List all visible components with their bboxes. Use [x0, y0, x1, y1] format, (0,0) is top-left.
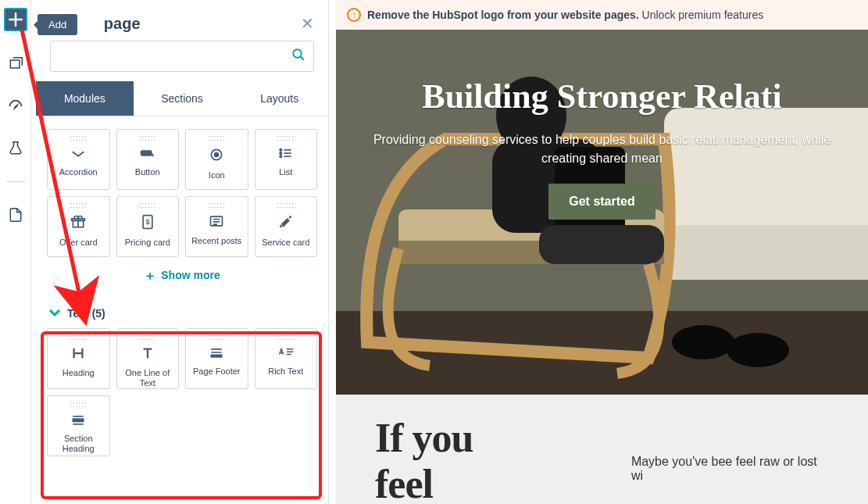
module-label: Heading: [59, 368, 98, 378]
target-icon: [209, 147, 224, 166]
grip-icon: ::::::: [277, 202, 295, 209]
module-icon[interactable]: :::::: Icon: [185, 129, 248, 190]
module-pricing-card[interactable]: :::::: $ Pricing card: [116, 196, 180, 257]
show-more-label: Show more: [161, 269, 220, 281]
module-recent-posts[interactable]: :::::: Recent posts: [185, 196, 248, 257]
panel-tabs: Modules Sections Layouts: [36, 81, 328, 116]
test-icon[interactable]: [6, 139, 25, 158]
chevron-down-icon: [70, 147, 87, 163]
rail-divider: [6, 181, 25, 182]
performance-icon[interactable]: [6, 97, 25, 116]
module-label: Rich Text: [265, 366, 306, 377]
hero-content: Building Stronger Relati Providing couns…: [336, 77, 868, 220]
upgrade-banner[interactable]: ↑ Remove the HubSpot logo from your webs…: [336, 0, 868, 30]
page-preview: ↑ Remove the HubSpot logo from your webs…: [336, 0, 868, 504]
grip-icon: ::::::: [208, 202, 226, 209]
grip-icon: ::::::: [208, 134, 226, 142]
module-label: Offer card: [56, 238, 101, 248]
svg-point-25: [672, 325, 734, 359]
file-icon[interactable]: [6, 206, 25, 224]
module-page-footer[interactable]: :::::: Page Footer: [185, 328, 248, 389]
grip-icon: ::::::: [70, 401, 88, 409]
grip-icon: ::::::: [138, 134, 156, 142]
module-offer-card[interactable]: :::::: Offer card: [47, 196, 110, 257]
grip-icon: ::::::: [208, 334, 226, 341]
panel-body: :::::: Accordion :::::: Button :::::: Ic…: [36, 116, 328, 488]
banner-bold: Remove the HubSpot logo from your websit…: [367, 9, 639, 21]
left-rail: [0, 0, 31, 504]
module-label: Recent posts: [188, 236, 245, 246]
button-icon: [139, 147, 156, 163]
svg-point-7: [280, 155, 282, 158]
add-button[interactable]: [4, 8, 27, 31]
svg-rect-13: [73, 419, 84, 421]
tab-sections[interactable]: Sections: [134, 81, 231, 116]
tab-modules[interactable]: Modules: [36, 81, 134, 116]
hero-section: Building Stronger Relati Providing couns…: [336, 30, 868, 395]
module-one-line[interactable]: :::::: One Line of Text: [116, 328, 180, 389]
module-label: Icon: [205, 170, 228, 181]
module-label: Button: [132, 167, 163, 177]
chevron-down-icon: [48, 306, 61, 320]
layers-icon[interactable]: [6, 55, 25, 73]
grip-icon: ::::::: [70, 134, 88, 142]
module-section-heading[interactable]: :::::: Section Heading: [47, 395, 110, 456]
gift-icon: [70, 214, 86, 233]
module-label: Accordion: [56, 167, 101, 177]
svg-point-4: [215, 153, 219, 157]
grip-icon: ::::::: [70, 202, 88, 209]
text-group-header[interactable]: Text (5): [48, 306, 317, 320]
svg-rect-0: [10, 60, 20, 68]
plus-icon: ＋: [144, 269, 156, 282]
show-more-button[interactable]: ＋Show more: [47, 257, 317, 295]
tools-icon: [278, 214, 294, 233]
module-rich-text[interactable]: :::::: Rich Text: [255, 328, 318, 389]
svg-text:$: $: [145, 218, 149, 226]
news-icon: [209, 214, 224, 231]
rich-text-icon: [277, 346, 295, 362]
grip-icon: ::::::: [70, 334, 88, 341]
module-list[interactable]: :::::: List: [255, 129, 318, 190]
grip-icon: ::::::: [138, 202, 156, 209]
footer-icon: [209, 346, 224, 362]
svg-rect-12: [212, 355, 222, 357]
module-label: Service card: [259, 238, 313, 248]
section-body: Maybe you've bee feel raw or lost wi: [631, 455, 829, 483]
close-icon[interactable]: ✕: [301, 14, 314, 33]
plus-icon: [9, 13, 23, 27]
add-tooltip: Add: [38, 14, 77, 35]
svg-rect-2: [141, 150, 152, 155]
module-label: List: [276, 167, 295, 177]
module-heading[interactable]: :::::: Heading: [47, 328, 110, 389]
module-label: One Line of Text: [117, 368, 179, 388]
module-button[interactable]: :::::: Button: [116, 129, 180, 190]
grip-icon: ::::::: [277, 334, 295, 341]
svg-point-6: [280, 152, 282, 155]
content-section: If you feel Maybe you've bee feel raw or…: [336, 395, 868, 504]
grip-icon: ::::::: [277, 134, 295, 142]
search-box[interactable]: [50, 41, 314, 72]
svg-rect-18: [664, 225, 868, 280]
module-label: Pricing card: [122, 238, 173, 248]
tab-layouts[interactable]: Layouts: [230, 81, 328, 116]
heading-icon: [71, 346, 85, 363]
hero-cta-button[interactable]: Get started: [548, 184, 655, 220]
search-icon[interactable]: [291, 48, 305, 66]
pricing-icon: $: [141, 214, 155, 233]
section-headline: If you feel: [375, 415, 538, 504]
svg-point-26: [727, 333, 789, 367]
module-label: Page Footer: [190, 366, 244, 377]
text-icon: [141, 346, 155, 363]
hero-subtitle: Providing counseling services to help co…: [367, 130, 837, 168]
modules-grid: :::::: Accordion :::::: Button :::::: Ic…: [47, 129, 317, 257]
hero-title: Building Stronger Relati: [367, 77, 837, 116]
module-service-card[interactable]: :::::: Service card: [255, 196, 318, 257]
module-accordion[interactable]: :::::: Accordion: [47, 129, 110, 190]
svg-point-5: [280, 149, 282, 152]
banner-rest: Unlock premium features: [639, 9, 764, 21]
group-title: Text (5): [67, 307, 105, 320]
section-heading-icon: [70, 413, 86, 429]
search-input[interactable]: [59, 50, 291, 63]
grip-icon: ::::::: [138, 334, 156, 341]
list-icon: [278, 147, 294, 163]
